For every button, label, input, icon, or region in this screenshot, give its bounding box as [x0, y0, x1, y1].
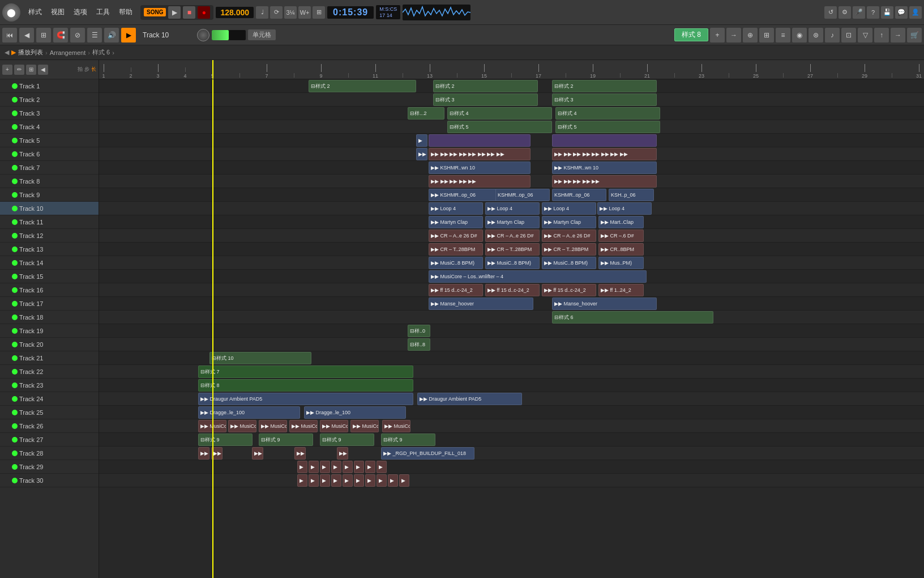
- track-label-9[interactable]: Track 9: [19, 192, 96, 198]
- clip[interactable]: ▶: [343, 461, 353, 473]
- track-row-4[interactable]: Track 4: [0, 120, 99, 134]
- clip[interactable]: ▶▶ Draugur Ambient PAD5: [198, 393, 413, 405]
- track-content-23[interactable]: ⊟样式 8: [99, 379, 924, 392]
- clip[interactable]: ▶: [309, 474, 319, 487]
- arrow2-icon[interactable]: →: [891, 28, 905, 42]
- clip[interactable]: ▶: [365, 461, 375, 473]
- track-row-2[interactable]: Track 2: [0, 93, 99, 107]
- track-row-24[interactable]: Track 24: [0, 392, 99, 406]
- clip[interactable]: ▶▶: [416, 148, 427, 160]
- clip[interactable]: ▶▶ _RGD_PH_BUILDUP_FILL_018: [381, 447, 474, 460]
- breadcrumb-play-icon[interactable]: ▶: [11, 49, 16, 56]
- track-led-24[interactable]: [12, 396, 18, 402]
- track-led-21[interactable]: [12, 355, 18, 361]
- clip[interactable]: ▶▶ ▶▶ ▶▶ ▶▶ ▶▶: [429, 175, 531, 188]
- track-label-27[interactable]: Track 27: [19, 436, 96, 443]
- clip[interactable]: [552, 134, 657, 147]
- menu-options[interactable]: 选项: [71, 6, 89, 18]
- clip[interactable]: KSHMR..op_06: [495, 189, 550, 201]
- track-content-18[interactable]: ⊟样式 6: [99, 311, 924, 324]
- track-label-2[interactable]: Track 2: [19, 96, 96, 103]
- track-led-20[interactable]: [12, 342, 18, 347]
- menu-tools[interactable]: 工具: [94, 6, 112, 18]
- track-row-14[interactable]: Track 14: [0, 256, 99, 270]
- track-led-28[interactable]: [12, 450, 18, 456]
- filter-icon[interactable]: ▽: [858, 28, 872, 42]
- clip[interactable]: ⊟样式 9: [320, 434, 374, 446]
- clip[interactable]: ⊟样..8: [408, 338, 430, 351]
- track-row-11[interactable]: Track 11: [0, 215, 99, 229]
- clip[interactable]: ▶▶ MusiCo..BPM): [198, 420, 226, 432]
- track-led-1[interactable]: [12, 83, 18, 89]
- playlist-icon[interactable]: W+: [298, 6, 311, 19]
- pattern-display[interactable]: 样式 8: [674, 28, 708, 41]
- track-row-15[interactable]: Track 15: [0, 270, 99, 283]
- track-row-9[interactable]: Track 9: [0, 188, 99, 202]
- track-content-17[interactable]: ▶▶ Manse_hoover▶▶ Manse_hoover: [99, 297, 924, 311]
- track-content-4[interactable]: ⊟样式 5⊟样式 5: [99, 120, 924, 134]
- track-label-5[interactable]: Track 5: [19, 137, 96, 144]
- track-label-20[interactable]: Track 20: [19, 341, 96, 348]
- clip[interactable]: ▶▶ Loop 4: [485, 202, 540, 215]
- ctrl-collapse-icon[interactable]: ◀: [38, 65, 48, 75]
- speaker-icon[interactable]: 🔊: [104, 28, 119, 42]
- clip[interactable]: ▶▶ MusiCo..BPM): [259, 420, 287, 432]
- clone-icon[interactable]: ⊕: [743, 28, 758, 42]
- track-content-1[interactable]: ⊟样式 2⊟样式 2⊟样式 2: [99, 79, 924, 93]
- clip[interactable]: ▶▶: [198, 447, 209, 460]
- track-row-18[interactable]: Track 18: [0, 311, 99, 324]
- clip[interactable]: ▶: [416, 134, 427, 147]
- clip[interactable]: ▶: [354, 474, 364, 487]
- track-led-10[interactable]: [12, 206, 18, 211]
- track-content-11[interactable]: ▶▶ Martyn Clap▶▶ Martyn Clap▶▶ Martyn Cl…: [99, 215, 924, 229]
- step-icon[interactable]: 3¼: [284, 6, 297, 19]
- track-content-25[interactable]: ▶▶ Dragge..le_100▶▶ Dragge..le_100: [99, 406, 924, 419]
- fx-icon[interactable]: ⊛: [808, 28, 823, 42]
- clip[interactable]: ▶▶: [337, 447, 348, 460]
- clip[interactable]: ▶▶ KSHMR..wn 10: [552, 162, 657, 174]
- track-led-30[interactable]: [12, 478, 18, 483]
- grid-icon[interactable]: ⊞: [759, 28, 774, 42]
- clip[interactable]: ⊟样式 8: [198, 379, 413, 392]
- menu-help[interactable]: 帮助: [117, 6, 135, 18]
- refresh-icon[interactable]: ↺: [824, 6, 837, 19]
- clip[interactable]: ▶▶ Martyn Clap: [429, 216, 483, 228]
- clip[interactable]: ▶▶ Dragge..le_100: [198, 406, 300, 419]
- link-icon[interactable]: ⊘: [70, 28, 85, 42]
- track-content-14[interactable]: ▶▶ MusiC..8 BPM)▶▶ MusiC..8 BPM)▶▶ MusiC…: [99, 256, 924, 270]
- play-button[interactable]: ▶: [168, 6, 181, 19]
- track-label-11[interactable]: Track 11: [19, 219, 96, 226]
- track-row-1[interactable]: Track 1: [0, 79, 99, 93]
- track-row-21[interactable]: Track 21: [0, 351, 99, 365]
- track-content-22[interactable]: ⊟样式 7: [99, 365, 924, 379]
- clip[interactable]: ▶▶ Loop 4: [542, 202, 596, 215]
- clip[interactable]: ▶▶: [294, 447, 306, 460]
- track-content-15[interactable]: ▶▶ MusiCore – Los..wnlifter – 4: [99, 270, 924, 283]
- clip[interactable]: ⊟样式 2: [433, 80, 538, 92]
- clip[interactable]: ⊟样..0: [408, 325, 430, 337]
- track-led-19[interactable]: [12, 328, 18, 334]
- track-content-5[interactable]: ▶: [99, 134, 924, 147]
- ctrl-add-icon[interactable]: +: [2, 65, 12, 75]
- clip[interactable]: ▶▶ ff 15 d..c-24_2: [542, 284, 596, 296]
- clip[interactable]: ▶▶ Martyn Clap: [542, 216, 596, 228]
- track-label-3[interactable]: Track 3: [19, 110, 96, 117]
- knob2-icon[interactable]: ◉: [792, 28, 807, 42]
- track-row-5[interactable]: Track 5: [0, 134, 99, 147]
- track-led-26[interactable]: [12, 423, 18, 429]
- user-icon[interactable]: 👤: [909, 6, 922, 19]
- clip[interactable]: ▶: [320, 474, 330, 487]
- track-content-27[interactable]: ⊟样式 9⊟样式 9⊟样式 9⊟样式 9: [99, 433, 924, 447]
- track-content-30[interactable]: ▶▶▶▶▶▶▶▶▶▶: [99, 474, 924, 487]
- track-label-14[interactable]: Track 14: [19, 260, 96, 266]
- clip[interactable]: ⊟样式 6: [552, 311, 713, 324]
- breadcrumb-arrangement[interactable]: Arrangement: [50, 49, 86, 56]
- track-row-22[interactable]: Track 22: [0, 365, 99, 379]
- track-label-23[interactable]: Track 23: [19, 382, 96, 389]
- rewind-icon[interactable]: ⏮: [2, 28, 17, 42]
- track-label-7[interactable]: Track 7: [19, 164, 96, 171]
- clip[interactable]: ▶▶ Dragge..le_100: [304, 406, 406, 419]
- clip[interactable]: ▶▶ Draugur Ambient PAD5: [417, 393, 522, 405]
- clip[interactable]: ▶▶ ▶▶ ▶▶ ▶▶ ▶▶: [552, 175, 657, 188]
- arrow-icon[interactable]: →: [726, 28, 741, 42]
